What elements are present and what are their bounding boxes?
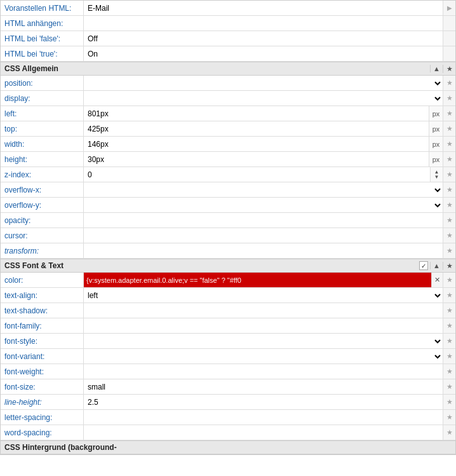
scroll-up-icon: ▲ [433,262,440,269]
lineheight-value[interactable] [83,395,443,409]
textshadow-label: text-shadow: [1,303,83,318]
wordspacing-star[interactable]: ★ [443,425,455,440]
css-allgemein-star[interactable]: ★ [443,65,455,73]
left-input[interactable] [86,109,426,119]
css-font-scroll[interactable]: ▲ [430,262,443,269]
left-value[interactable] [83,106,429,121]
cursor-value[interactable] [83,228,443,243]
fontvariant-value[interactable] [83,349,443,364]
display-select[interactable] [84,92,443,105]
star-icon: ★ [446,367,453,376]
transform-value[interactable] [83,243,443,258]
left-star[interactable]: ★ [443,106,455,121]
display-star[interactable]: ★ [443,91,455,105]
overflowx-value[interactable] [83,182,443,197]
top-row: top: px ★ [1,121,455,137]
textalign-star[interactable]: ★ [443,288,455,303]
fontvariant-select[interactable] [84,350,443,364]
cursor-star[interactable]: ★ [443,228,455,243]
fontstyle-select[interactable] [84,334,443,348]
fontsize-star[interactable]: ★ [443,379,455,394]
voranstellen-input[interactable] [86,3,440,13]
html-true-row: HTML bei 'true': [1,46,455,62]
zindex-spinner[interactable]: ▲ ▼ [430,167,443,182]
fontsize-value[interactable] [83,379,443,394]
zindex-star[interactable]: ★ [443,167,455,182]
fontsize-input[interactable] [86,382,440,392]
color-input[interactable]: {v:system.adapter.email.0.alive;v == "fa… [84,273,431,287]
textshadow-value[interactable] [83,303,443,318]
fontfamily-star[interactable]: ★ [443,318,455,333]
opacity-input[interactable] [86,215,440,226]
height-input[interactable] [86,154,426,165]
letterspacing-input[interactable] [86,412,440,423]
fontvariant-star[interactable]: ★ [443,349,455,364]
left-label: left: [1,106,83,121]
overflowy-select[interactable] [84,198,443,212]
fontweight-input[interactable] [86,367,440,377]
transform-star[interactable]: ★ [443,243,455,258]
top-input[interactable] [86,124,426,134]
spinner-down-icon[interactable]: ▼ [434,175,439,180]
overflowx-select[interactable] [84,183,443,197]
fontweight-value[interactable] [83,364,443,379]
zindex-value[interactable] [83,167,430,182]
width-star[interactable]: ★ [443,137,455,151]
html-true-action [443,46,455,61]
opacity-star[interactable]: ★ [443,213,455,228]
fontfamily-input[interactable] [86,321,440,331]
transform-input[interactable] [86,246,440,256]
display-value[interactable] [83,91,443,105]
textshadow-input[interactable] [86,306,440,316]
html-true-value[interactable] [83,46,443,61]
cursor-input[interactable] [86,231,440,241]
wordspacing-input[interactable] [86,428,440,438]
css-font-star[interactable]: ★ [443,262,455,270]
fontweight-label: font-weight: [1,364,83,379]
overflowx-star[interactable]: ★ [443,182,455,197]
letterspacing-value[interactable] [83,410,443,425]
color-star[interactable]: ★ [443,273,455,287]
letterspacing-star[interactable]: ★ [443,410,455,425]
fontstyle-star[interactable]: ★ [443,334,455,348]
textalign-value[interactable]: left center right [83,288,443,303]
fontweight-star[interactable]: ★ [443,364,455,379]
html-false-input[interactable] [86,34,440,44]
width-value[interactable] [83,137,429,151]
position-select[interactable] [84,76,443,90]
html-anhaengen-value[interactable] [83,16,443,31]
css-font-checkbox[interactable]: ✓ [419,261,428,270]
top-value[interactable] [83,121,429,136]
html-false-value[interactable] [83,31,443,46]
voranstellen-value[interactable] [83,1,443,15]
fontstyle-value[interactable] [83,334,443,348]
position-value[interactable] [83,76,443,90]
overflowy-row: overflow-y: ★ [1,198,455,213]
html-anhaengen-input[interactable] [86,18,440,29]
css-font-title: CSS Font & Text [1,259,417,272]
color-value-cell[interactable]: {v:system.adapter.email.0.alive;v == "fa… [83,273,443,287]
star-icon: ★ [446,186,453,194]
color-delete-button[interactable]: ✕ [431,273,443,287]
transform-label: transform: [1,243,83,258]
opacity-value[interactable] [83,213,443,228]
wordspacing-value[interactable] [83,425,443,440]
fontfamily-value[interactable] [83,318,443,333]
width-input[interactable] [86,139,426,149]
html-true-input[interactable] [86,49,440,59]
height-value[interactable] [83,152,429,167]
textalign-select[interactable]: left center right [84,289,443,303]
css-allgemein-scroll[interactable]: ▲ [430,65,443,72]
overflowy-value[interactable] [83,198,443,212]
lineheight-star[interactable]: ★ [443,395,455,409]
css-font-checkbox-cell[interactable]: ✓ [417,261,430,270]
top-star[interactable]: ★ [443,121,455,136]
zindex-input[interactable] [86,170,427,180]
star-icon: ★ [446,413,453,421]
textalign-label: text-align: [1,288,83,303]
overflowy-star[interactable]: ★ [443,198,455,212]
position-star[interactable]: ★ [443,76,455,90]
lineheight-input[interactable] [86,397,440,407]
height-star[interactable]: ★ [443,152,455,167]
textshadow-star[interactable]: ★ [443,303,455,318]
